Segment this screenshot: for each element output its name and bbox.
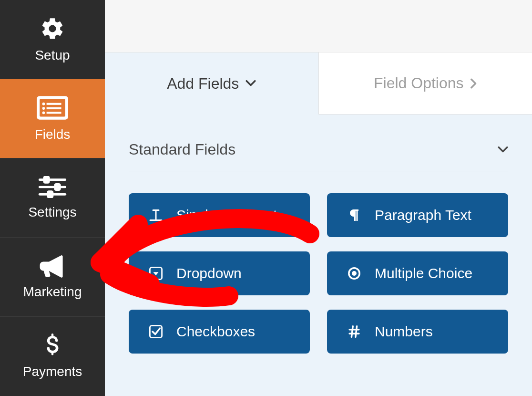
svg-point-4 — [42, 107, 45, 110]
section-title: Standard Fields — [129, 141, 235, 158]
field-multiple-choice[interactable]: Multiple Choice — [327, 251, 508, 295]
sidebar-item-setup[interactable]: Setup — [0, 0, 105, 79]
bullhorn-icon — [39, 255, 66, 278]
check-square-icon — [148, 325, 164, 338]
svg-point-6 — [42, 111, 45, 114]
sidebar-item-payments[interactable]: Payments — [0, 317, 105, 396]
gear-icon — [40, 16, 65, 41]
field-label: Checkboxes — [176, 323, 255, 340]
svg-line-24 — [356, 326, 357, 337]
caret-down-square-icon — [148, 267, 164, 280]
sidebar-item-label: Setup — [35, 48, 70, 63]
svg-rect-9 — [44, 177, 49, 182]
main-panel: Add Fields Field Options Standard Fields — [105, 0, 532, 396]
field-dropdown[interactable]: Dropdown — [129, 251, 310, 295]
chevron-right-icon — [471, 78, 477, 89]
chevron-down-icon — [246, 80, 256, 87]
sidebar-item-label: Payments — [23, 364, 82, 379]
svg-rect-13 — [48, 191, 52, 197]
field-label: Dropdown — [176, 265, 242, 281]
tab-label: Add Fields — [167, 75, 239, 93]
sidebar-item-label: Fields — [35, 127, 71, 142]
svg-point-2 — [42, 102, 45, 105]
svg-line-23 — [351, 326, 353, 337]
text-cursor-icon — [148, 208, 164, 222]
sidebar-item-label: Settings — [28, 205, 76, 220]
field-single-line-text[interactable]: Single Line Text — [129, 193, 310, 237]
field-label: Single Line Text — [176, 207, 277, 223]
field-label: Numbers — [375, 323, 433, 340]
field-label: Multiple Choice — [375, 265, 472, 281]
sidebar-item-marketing[interactable]: Marketing — [0, 238, 105, 317]
field-numbers[interactable]: Numbers — [327, 310, 508, 354]
svg-marker-17 — [153, 272, 158, 275]
svg-rect-3 — [47, 103, 61, 104]
svg-point-19 — [352, 271, 357, 276]
hash-icon — [346, 325, 362, 338]
radio-dot-icon — [346, 267, 362, 280]
svg-rect-11 — [55, 184, 60, 190]
svg-rect-5 — [47, 107, 61, 109]
sidebar-item-fields[interactable]: Fields — [0, 79, 105, 158]
tabs: Add Fields Field Options — [105, 52, 532, 115]
tab-add-fields[interactable]: Add Fields — [105, 52, 319, 115]
pilcrow-icon — [346, 208, 362, 222]
dollar-icon — [45, 333, 60, 357]
tab-label: Field Options — [374, 74, 464, 92]
sidebar-item-settings[interactable]: Settings — [0, 158, 105, 238]
svg-rect-20 — [150, 325, 162, 337]
tab-field-options[interactable]: Field Options — [319, 52, 532, 115]
field-checkboxes[interactable]: Checkboxes — [129, 310, 310, 354]
list-icon — [37, 95, 68, 120]
sidebar-item-label: Marketing — [23, 284, 82, 300]
field-label: Paragraph Text — [375, 207, 471, 223]
section-header-standard-fields[interactable]: Standard Fields — [129, 141, 508, 171]
field-paragraph-text[interactable]: Paragraph Text — [327, 193, 508, 237]
sliders-icon — [38, 176, 67, 198]
svg-rect-7 — [47, 112, 61, 114]
field-grid: Single Line Text Paragraph Text Dropdown… — [129, 193, 508, 354]
chevron-down-icon — [498, 146, 508, 153]
fields-panel: Standard Fields Single Line Text Paragra… — [105, 115, 532, 396]
top-bar — [105, 0, 532, 52]
sidebar: Setup Fields Settings Marketing Payments — [0, 0, 105, 396]
